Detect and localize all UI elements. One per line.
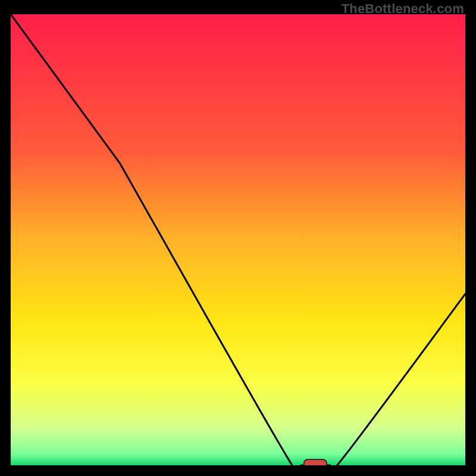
optimal-marker: [304, 459, 327, 465]
chart-frame: [11, 14, 465, 465]
bottleneck-chart: [11, 14, 465, 465]
chart-background: [11, 14, 465, 465]
